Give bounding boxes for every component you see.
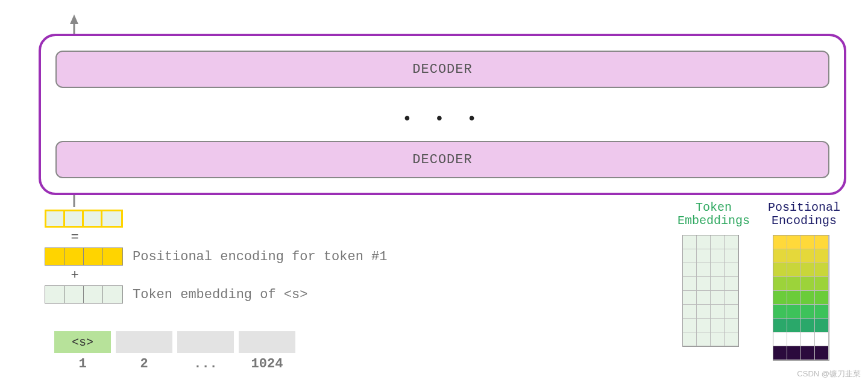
watermark: CSDN @镰刀韭菜 xyxy=(797,369,861,379)
token-embedding-desc: Token embedding of <s> xyxy=(133,287,307,302)
decoder-stack: DECODER • • • DECODER xyxy=(39,34,846,195)
pos-label-1: 1 xyxy=(54,357,111,372)
combined-vector xyxy=(45,210,123,228)
decoder-label: DECODER xyxy=(412,152,472,167)
token-sequence: <s> xyxy=(54,331,295,353)
token-start-label: <s> xyxy=(72,335,93,349)
embedding-formula: = Positional encoding for token #1 + Tok… xyxy=(45,210,387,306)
decoder-block-top: DECODER xyxy=(55,51,829,88)
pos-label-2: 2 xyxy=(116,357,172,372)
positional-encoding-vector xyxy=(45,248,123,266)
decoder-label: DECODER xyxy=(412,62,472,77)
decoder-block-bottom: DECODER xyxy=(55,141,829,178)
positional-encoding-desc: Positional encoding for token #1 xyxy=(133,249,387,264)
token-slot-ellipsis xyxy=(177,331,234,353)
token-position-labels: 1 2 ... 1024 xyxy=(54,357,295,372)
ellipsis: • • • xyxy=(41,110,844,128)
token-embeddings-label: Token Embeddings xyxy=(678,201,750,228)
positional-encoding-matrix xyxy=(773,235,829,361)
token-slot-2 xyxy=(116,331,172,353)
plus-sign: + xyxy=(45,268,105,283)
pos-label-ellipsis: ... xyxy=(177,357,234,372)
token-slot-last xyxy=(239,331,295,353)
token-slot-1: <s> xyxy=(54,331,111,353)
pos-label-last: 1024 xyxy=(239,357,295,372)
token-embedding-vector xyxy=(45,285,123,304)
equals-sign: = xyxy=(45,230,105,245)
positional-encodings-label: Positional Encodings xyxy=(768,201,840,228)
token-embedding-matrix xyxy=(682,235,739,347)
svg-marker-1 xyxy=(70,14,78,24)
